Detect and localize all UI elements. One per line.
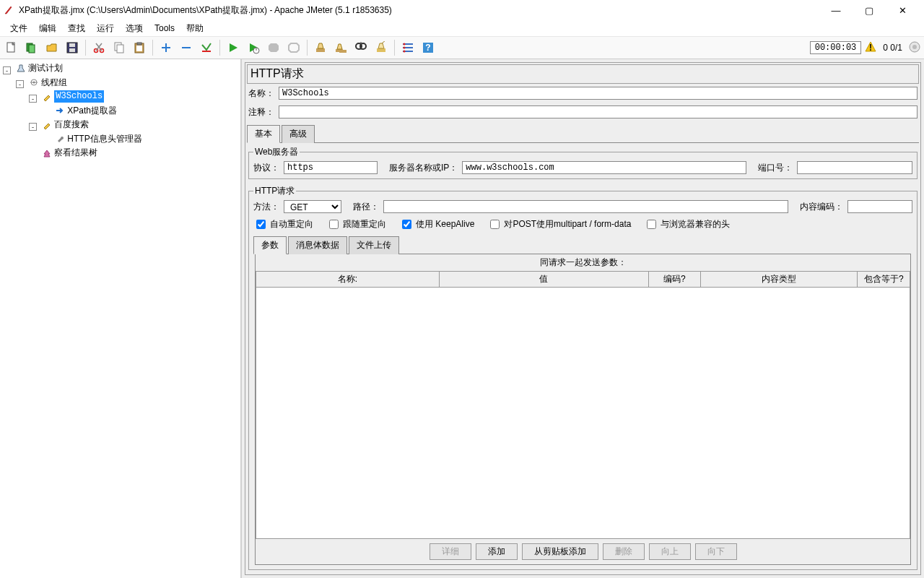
maximize-button[interactable]: ▢ [859, 5, 879, 16]
tree-header-manager[interactable]: HTTP信息头管理器 [53, 133, 143, 145]
tree-toggle[interactable]: - [3, 66, 11, 74]
shutdown-icon[interactable] [285, 39, 302, 56]
path-field[interactable] [383, 200, 788, 213]
col-equals[interactable]: 包含等于? [858, 272, 910, 288]
subtab-files[interactable]: 文件上传 [349, 236, 399, 254]
delete-button[interactable]: 删除 [603, 543, 645, 560]
tree-toggle[interactable]: - [29, 95, 37, 103]
auto-redirect-checkbox[interactable]: 自动重定向 [253, 217, 313, 231]
window-title: XPath提取器.jmx (C:\Users\Admin\Documents\X… [19, 4, 826, 17]
follow-redirect-checkbox[interactable]: 跟随重定向 [326, 217, 386, 231]
clear-all-icon[interactable] [332, 39, 349, 56]
minimize-button[interactable]: — [826, 5, 846, 16]
menu-tools[interactable]: Tools [150, 22, 179, 35]
new-icon[interactable] [3, 39, 20, 56]
tree-label: 百度搜索 [54, 118, 89, 131]
open-icon[interactable] [43, 39, 61, 56]
protocol-field[interactable] [284, 161, 378, 174]
comment-field[interactable] [279, 105, 918, 118]
svg-text:!: ! [869, 43, 872, 53]
tree-w3schools[interactable]: W3Schools [40, 90, 105, 103]
save-icon[interactable] [64, 39, 81, 56]
svg-rect-2 [29, 45, 35, 53]
start-icon[interactable] [225, 39, 242, 56]
name-field[interactable] [279, 87, 918, 100]
paste-icon[interactable] [131, 39, 148, 56]
menu-help[interactable]: 帮助 [182, 21, 208, 36]
subtab-body[interactable]: 消息体数据 [288, 236, 347, 254]
param-table-body[interactable] [256, 288, 910, 539]
collapse-icon[interactable] [178, 39, 195, 56]
menu-edit[interactable]: 编辑 [35, 21, 61, 36]
svg-rect-12 [136, 46, 142, 51]
subtab-params[interactable]: 参数 [253, 236, 287, 254]
method-label: 方法： [253, 201, 279, 213]
pagoda-icon [42, 148, 52, 158]
reset-search-icon[interactable] [372, 39, 390, 56]
browser-headers-checkbox[interactable]: 与浏览器兼容的头 [644, 217, 730, 231]
server-field[interactable] [462, 161, 746, 174]
menu-options[interactable]: 选项 [121, 21, 147, 36]
col-value[interactable]: 值 [439, 272, 648, 288]
search-icon[interactable] [352, 39, 370, 56]
run-indicator-icon [908, 40, 921, 56]
tab-basic[interactable]: 基本 [247, 125, 280, 143]
param-title: 同请求一起发送参数： [256, 254, 910, 271]
tree-label: W3Schools [54, 90, 104, 103]
svg-text:?: ? [425, 43, 430, 53]
expand-icon[interactable] [157, 39, 175, 56]
close-button[interactable]: ✕ [892, 5, 912, 16]
thread-count: 0 0/1 [880, 43, 905, 53]
svg-rect-19 [316, 48, 325, 52]
menu-run[interactable]: 运行 [92, 21, 118, 36]
tree-label: 线程组 [41, 77, 67, 89]
tree-toggle[interactable]: - [29, 123, 37, 131]
port-field[interactable] [797, 161, 912, 174]
tree-pane[interactable]: - 测试计划 - 线程组 [0, 59, 242, 578]
menu-search[interactable]: 查找 [64, 21, 90, 36]
copy-icon[interactable] [110, 39, 128, 56]
keep-alive-checkbox[interactable]: 使用 KeepAlive [399, 217, 474, 231]
svg-point-37 [912, 45, 917, 49]
up-button[interactable]: 向上 [649, 543, 691, 560]
http-request-legend: HTTP请求 [253, 185, 296, 197]
menu-file[interactable]: 文件 [6, 21, 32, 36]
templates-icon[interactable] [23, 39, 40, 56]
cut-icon[interactable] [90, 39, 108, 56]
tree-view-results[interactable]: 察看结果树 [40, 147, 99, 159]
multipart-checkbox[interactable]: 对POST使用multipart / form-data [487, 217, 631, 231]
col-name[interactable]: 名称: [256, 272, 440, 288]
detail-button[interactable]: 详细 [430, 543, 471, 560]
svg-rect-5 [69, 43, 75, 47]
method-select[interactable]: GET [284, 200, 341, 213]
toolbar: ? 00:00:03 ! 0 0/1 [0, 36, 924, 59]
tree-test-plan[interactable]: 测试计划 [14, 62, 64, 74]
function-helper-icon[interactable] [399, 39, 417, 56]
stop-icon[interactable] [265, 39, 282, 56]
param-table[interactable]: 名称: 值 编码? 内容类型 包含等于? [256, 271, 910, 288]
web-server-legend: Web服务器 [253, 146, 300, 158]
warning-icon[interactable]: ! [864, 40, 877, 56]
protocol-label: 协议： [253, 162, 279, 174]
tree-thread-group[interactable]: 线程组 [27, 77, 69, 89]
add-button[interactable]: 添加 [476, 543, 518, 560]
clear-icon[interactable] [312, 39, 329, 56]
start-no-timers-icon[interactable] [245, 39, 262, 56]
col-encode[interactable]: 编码? [648, 272, 700, 288]
toggle-icon[interactable] [198, 39, 215, 56]
tree-label: 测试计划 [28, 62, 63, 74]
svg-rect-26 [377, 48, 385, 52]
tab-advanced[interactable]: 高级 [282, 125, 315, 143]
col-ctype[interactable]: 内容类型 [701, 272, 858, 288]
tree-label: 察看结果树 [54, 147, 97, 159]
path-label: 路径： [353, 201, 379, 213]
tree-xpath-extractor[interactable]: XPath提取器 [53, 105, 118, 117]
app-icon [3, 4, 14, 16]
pipette-icon [42, 120, 52, 130]
tree-toggle[interactable]: - [16, 80, 24, 88]
tree-baidu[interactable]: 百度搜索 [40, 118, 90, 131]
down-button[interactable]: 向下 [695, 543, 737, 560]
help-icon[interactable]: ? [419, 39, 437, 56]
content-encoding-field[interactable] [847, 200, 912, 213]
add-from-clipboard-button[interactable]: 从剪贴板添加 [522, 543, 598, 560]
